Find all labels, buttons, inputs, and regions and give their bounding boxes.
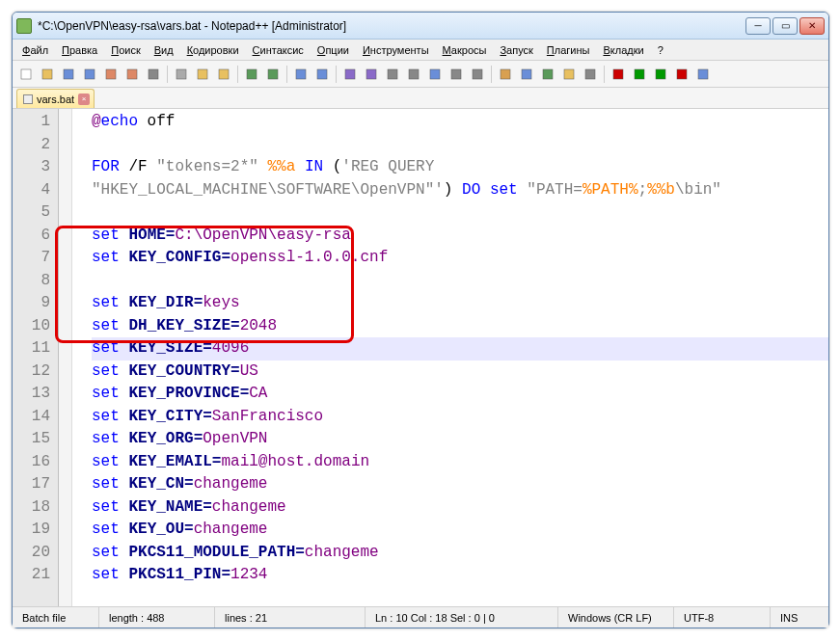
open-file-icon[interactable] — [38, 65, 57, 84]
code-line[interactable]: @echo off — [92, 111, 828, 134]
title-bar[interactable]: *C:\OpenVPN\easy-rsa\vars.bat - Notepad+… — [13, 13, 828, 40]
menu-макросы[interactable]: Макросы — [437, 42, 493, 58]
paste-icon[interactable] — [214, 65, 233, 84]
code-line[interactable]: set HOME=C:\OpenVPN\easy-rsa — [92, 225, 828, 248]
save-file-icon[interactable] — [59, 65, 78, 84]
menu-опции[interactable]: Опции — [312, 42, 355, 58]
menu-запуск[interactable]: Запуск — [494, 42, 538, 58]
toolbar-separator — [336, 66, 337, 83]
code-line[interactable]: set KEY_CITY=SanFrancisco — [92, 406, 828, 429]
svg-rect-27 — [635, 69, 644, 79]
close-file-icon[interactable] — [101, 65, 121, 84]
svg-rect-22 — [522, 69, 531, 79]
svg-rect-16 — [388, 69, 397, 79]
play-mult-icon[interactable] — [651, 65, 670, 84]
code-line[interactable]: set PKCS11_MODULE_PATH=changeme — [92, 542, 828, 565]
save-all-icon[interactable] — [80, 65, 99, 84]
menu-синтаксис[interactable]: Синтаксис — [247, 42, 310, 58]
svg-rect-19 — [451, 69, 461, 79]
close-button[interactable]: ✕ — [799, 17, 825, 35]
status-lines: lines : 21 — [215, 607, 366, 628]
code-line[interactable] — [92, 270, 828, 293]
undo-icon[interactable] — [242, 65, 261, 84]
play-icon[interactable] — [630, 65, 649, 84]
menu-?[interactable]: ? — [652, 42, 669, 58]
code-line[interactable]: set KEY_NAME=changeme — [92, 496, 828, 520]
close-all-icon[interactable] — [122, 65, 142, 84]
code-line[interactable]: set KEY_CN=changeme — [92, 473, 828, 496]
sync-h-icon[interactable] — [404, 65, 423, 84]
code-line[interactable]: set KEY_EMAIL=mail@host.domain — [92, 451, 828, 474]
all-chars-icon[interactable] — [447, 65, 466, 84]
print-icon[interactable] — [144, 65, 163, 84]
tab-label: vars.bat — [37, 93, 74, 105]
editor[interactable]: 123456789101112131415161718192021 @echo … — [13, 109, 828, 606]
monitor-icon[interactable] — [581, 65, 600, 84]
svg-rect-4 — [106, 69, 116, 79]
svg-rect-13 — [317, 69, 327, 79]
svg-rect-30 — [698, 69, 708, 79]
find-icon[interactable] — [291, 65, 311, 84]
new-file-icon[interactable] — [16, 65, 36, 84]
svg-rect-29 — [677, 69, 687, 79]
menu-поиск[interactable]: Поиск — [105, 42, 146, 58]
code-line[interactable]: set KEY_CONFIG=openssl-1.0.0.cnf — [92, 247, 828, 270]
code-line[interactable]: set PKCS11_PIN=1234 — [92, 564, 828, 587]
code-line[interactable]: set KEY_DIR=keys — [92, 292, 828, 315]
code-line[interactable]: set KEY_ORG=OpenVPN — [92, 428, 828, 451]
replace-icon[interactable] — [312, 65, 332, 84]
folder-icon[interactable] — [559, 65, 579, 84]
copy-icon[interactable] — [193, 65, 212, 84]
svg-rect-7 — [176, 69, 186, 79]
maximize-button[interactable]: ▭ — [772, 17, 798, 35]
save-macro-icon[interactable] — [693, 65, 713, 84]
svg-rect-6 — [149, 69, 158, 79]
code-line[interactable]: FOR /F "tokens=2*" %%a IN ('REG QUERY — [92, 156, 828, 179]
sync-v-icon[interactable] — [383, 65, 402, 84]
menu-вид[interactable]: Вид — [149, 42, 179, 58]
svg-rect-0 — [21, 69, 31, 79]
svg-rect-11 — [268, 69, 278, 79]
code-line[interactable]: set KEY_OU=changeme — [92, 519, 828, 542]
menu-правка[interactable]: Правка — [56, 42, 103, 58]
code-line[interactable]: set KEY_COUNTRY=US — [92, 361, 828, 384]
lang-user-icon[interactable] — [496, 65, 515, 84]
status-bar: Batch file length : 488 lines : 21 Ln : … — [13, 606, 828, 628]
toolbar-separator — [604, 66, 605, 83]
zoom-out-icon[interactable] — [362, 65, 381, 84]
code-line[interactable]: set KEY_PROVINCE=CA — [92, 383, 828, 406]
svg-rect-14 — [345, 69, 355, 79]
file-tab[interactable]: vars.bat × — [16, 89, 95, 108]
menu-кодировки[interactable]: Кодировки — [181, 42, 245, 58]
menu-плагины[interactable]: Плагины — [541, 42, 596, 58]
svg-rect-3 — [85, 69, 95, 79]
code-area[interactable]: @echo off FOR /F "tokens=2*" %%a IN ('RE… — [59, 109, 828, 606]
code-line[interactable] — [92, 587, 828, 607]
record-icon[interactable] — [609, 65, 628, 84]
menu-инструменты[interactable]: Инструменты — [357, 42, 435, 58]
status-position: Ln : 10 Col : 18 Sel : 0 | 0 — [366, 607, 558, 628]
menu-bar: ФайлПравкаПоискВидКодировкиСинтаксисОпци… — [13, 40, 828, 61]
toolbar-separator — [286, 66, 287, 83]
doc-map-icon[interactable] — [517, 65, 536, 84]
menu-вкладки[interactable]: Вкладки — [597, 42, 649, 58]
func-list-icon[interactable] — [538, 65, 557, 84]
tab-close-icon[interactable]: × — [78, 93, 90, 105]
redo-icon[interactable] — [263, 65, 283, 84]
code-line[interactable]: set KEY_SIZE=4096 — [92, 337, 828, 361]
code-line[interactable]: "HKEY_LOCAL_MACHINE\SOFTWARE\OpenVPN"') … — [92, 179, 828, 202]
toolbar-separator — [167, 66, 168, 83]
code-line[interactable] — [92, 201, 828, 225]
menu-файл[interactable]: Файл — [16, 42, 54, 58]
wrap-icon[interactable] — [425, 65, 445, 84]
tab-bar: vars.bat × — [13, 88, 828, 109]
code-line[interactable] — [92, 134, 828, 157]
toolbar — [13, 61, 828, 88]
code-line[interactable]: set DH_KEY_SIZE=2048 — [92, 315, 828, 338]
minimize-button[interactable]: ─ — [745, 17, 771, 35]
cut-icon[interactable] — [172, 65, 191, 84]
stop-icon[interactable] — [672, 65, 691, 84]
indent-guide-icon[interactable] — [468, 65, 487, 84]
svg-rect-5 — [127, 69, 137, 79]
zoom-in-icon[interactable] — [340, 65, 360, 84]
